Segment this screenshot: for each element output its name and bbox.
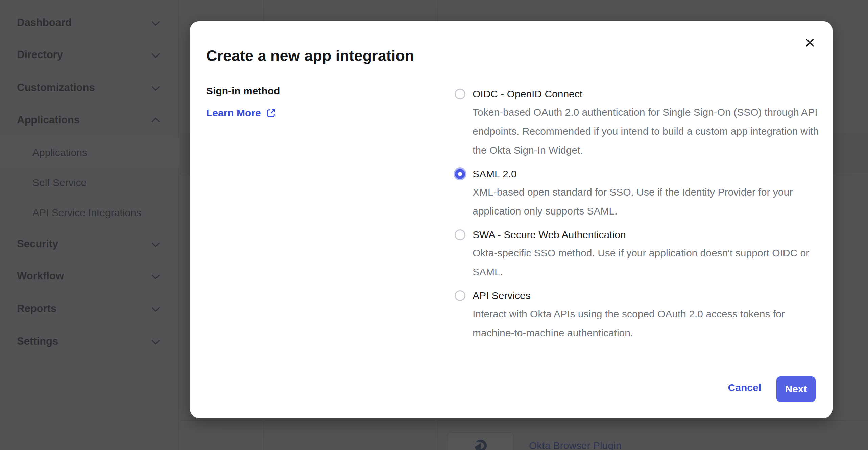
option-saml[interactable]: SAML 2.0 XML-based open standard for SSO… — [454, 167, 833, 221]
option-swa[interactable]: SWA - Secure Web Authentication Okta-spe… — [454, 228, 833, 282]
okta-admin-console: Dashboard Directory Customizations Appli… — [0, 0, 868, 450]
option-description: Okta-specific SSO method. Use if your ap… — [473, 244, 824, 282]
radio-unselected-icon[interactable] — [454, 289, 466, 302]
option-description: Token-based OAuth 2.0 authentication for… — [473, 103, 824, 160]
radio-unselected-icon[interactable] — [454, 88, 466, 100]
option-label: SAML 2.0 — [473, 167, 833, 181]
sign-in-method-label: Sign-in method — [206, 85, 280, 97]
option-label: API Services — [473, 289, 833, 302]
option-label: SWA - Secure Web Authentication — [473, 228, 833, 242]
option-label: OIDC - OpenID Connect — [473, 87, 833, 101]
option-oidc[interactable]: OIDC - OpenID Connect Token-based OAuth … — [454, 87, 833, 160]
close-icon[interactable] — [801, 34, 818, 51]
dialog-title: Create a new app integration — [206, 47, 414, 65]
radio-unselected-icon[interactable] — [454, 228, 466, 241]
create-app-integration-dialog: Create a new app integration Sign-in met… — [190, 21, 833, 418]
cancel-button[interactable]: Cancel — [728, 382, 761, 393]
option-description: Interact with Okta APIs using the scoped… — [473, 305, 824, 342]
external-link-icon — [266, 108, 276, 118]
learn-more-label: Learn More — [206, 107, 261, 119]
learn-more-link[interactable]: Learn More — [206, 107, 276, 119]
radio-selected-icon[interactable] — [454, 167, 466, 180]
sign-in-method-options: OIDC - OpenID Connect Token-based OAuth … — [454, 87, 833, 350]
option-description: XML-based open standard for SSO. Use if … — [473, 183, 824, 221]
option-api-services[interactable]: API Services Interact with Okta APIs usi… — [454, 289, 833, 342]
next-button[interactable]: Next — [776, 376, 816, 402]
